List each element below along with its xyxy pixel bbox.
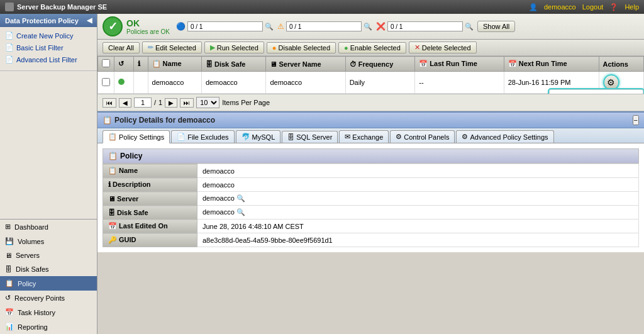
sidebar-nav: 📄 Create New Policy 📄 Basic List Filter … xyxy=(0,27,97,68)
status-bar: ✓ OK Policies are OK 🔵 0 / 1 🔍 ⚠ xyxy=(97,14,644,40)
sidebar-section-title: Data Protection Policy ◀ xyxy=(0,14,97,27)
recovery-icon: ↺ xyxy=(5,294,11,302)
sidebar-collapse-icon[interactable]: ◀ xyxy=(87,16,92,25)
sidebar-item-task-history[interactable]: 📅 Task History xyxy=(0,305,97,320)
total-pages: 1 xyxy=(158,99,162,106)
tab-exchange[interactable]: ✉ Exchange xyxy=(339,130,389,143)
action-toolbar: Clear All ✏ Edit Selected ▶ Run Selected… xyxy=(97,40,644,56)
header-refresh[interactable]: ↺ xyxy=(114,57,134,72)
edit-icon: ✏ xyxy=(148,43,153,52)
guid-field-icon: 🔑 xyxy=(108,236,117,243)
sidebar-bottom: ⊞ Dashboard 💾 Volumes 🖥 Servers 🗄 Disk S… xyxy=(0,219,97,334)
task-history-label: Task History xyxy=(18,309,55,316)
header-next-run[interactable]: 📅 Next Run Time xyxy=(504,57,599,72)
dashboard-icon: ⊞ xyxy=(5,223,11,231)
sidebar-item-recovery-points[interactable]: ↺ Recovery Points xyxy=(0,291,97,305)
advanced-filter-label: Advanced List Filter xyxy=(16,56,77,64)
field-value-description: demoacco xyxy=(197,178,639,192)
tab-control-panels[interactable]: ⚙ Control Panels xyxy=(390,130,455,143)
content-area: ✓ OK Policies are OK 🔵 0 / 1 🔍 ⚠ xyxy=(97,14,644,334)
sidebar-item-disk-safes[interactable]: 🗄 Disk Safes xyxy=(0,262,97,276)
sidebar-item-volumes[interactable]: 💾 Volumes xyxy=(0,234,97,248)
tab-control-panels-label: Control Panels xyxy=(404,133,449,141)
disable-selected-button[interactable]: ● Disable Selected xyxy=(267,42,336,53)
items-per-page-select[interactable]: 10 25 50 xyxy=(196,97,219,108)
sidebar-item-dashboard[interactable]: ⊞ Dashboard xyxy=(0,220,97,234)
policy-section-icon: 📋 xyxy=(108,152,118,160)
tab-sql-server[interactable]: 🗄 SQL Server xyxy=(282,131,338,143)
policy-label: Policy xyxy=(18,280,36,287)
sidebar-item-create-policy[interactable]: 📄 Create New Policy xyxy=(0,30,97,42)
enable-selected-button[interactable]: ● Enable Selected xyxy=(338,42,406,53)
tab-exchange-label: Exchange xyxy=(352,133,383,141)
logout-link[interactable]: Logout xyxy=(582,3,604,11)
policy-field-name: 📋 Name demoacco xyxy=(103,164,639,178)
policies-table: ↺ ℹ 📋 Name 🗄 Disk Safe 🖥 Server Name ⏱ F… xyxy=(97,56,644,94)
field-label-guid: 🔑 GUID xyxy=(103,233,197,247)
prev-page-button[interactable]: ◀ xyxy=(119,98,131,108)
top-bar: Server Backup Manager SE 👤 demoacco Logo… xyxy=(0,0,644,14)
task-history-icon: 📅 xyxy=(5,308,14,316)
error-icon: ❌ xyxy=(376,22,386,31)
run-selected-button[interactable]: ▶ Run Selected xyxy=(204,42,264,53)
field-value-last-edited: June 28, 2016 4:48:10 AM CEST xyxy=(197,220,639,233)
header-name[interactable]: 📋 Name xyxy=(148,57,201,72)
edit-policy-label: Edit Policy xyxy=(565,94,597,94)
delete-selected-button[interactable]: ✕ Delete Selected xyxy=(409,42,477,53)
items-label: Items Per Page xyxy=(222,99,270,106)
dashboard-label: Dashboard xyxy=(14,223,48,231)
sidebar-item-basic-filter[interactable]: 📄 Basic List Filter xyxy=(0,42,97,53)
last-page-button[interactable]: ⏭ xyxy=(180,98,194,108)
header-actions: Actions xyxy=(599,57,643,72)
error-value: 0 / 1 xyxy=(391,23,402,30)
tab-mysql[interactable]: 🐬 MySQL xyxy=(236,130,281,143)
next-page-button[interactable]: ▶ xyxy=(165,98,177,108)
show-all-button[interactable]: Show All xyxy=(477,21,515,32)
clear-all-button[interactable]: Clear All xyxy=(103,42,140,53)
help-link[interactable]: Help xyxy=(625,3,639,11)
search-success-icon[interactable]: 🔍 xyxy=(265,23,274,31)
policy-details: 📋 Policy 📋 Name demoacco ℹ Description xyxy=(97,143,644,252)
table-area: ↺ ℹ 📋 Name 🗄 Disk Safe 🖥 Server Name ⏱ F… xyxy=(97,56,644,94)
select-all-checkbox[interactable] xyxy=(102,59,110,67)
tab-policy-settings[interactable]: 📋 Policy Settings xyxy=(103,130,170,143)
sidebar-item-servers[interactable]: 🖥 Servers xyxy=(0,248,97,262)
sidebar-item-reporting[interactable]: 📊 Reporting xyxy=(0,320,97,334)
header-frequency[interactable]: ⏱ Frequency xyxy=(345,57,415,72)
actions-gear-button[interactable]: ⚙ xyxy=(603,74,619,91)
field-label-last-edited: 📅 Last Edited On xyxy=(103,220,197,233)
search-warning-icon[interactable]: 🔍 xyxy=(364,23,372,31)
sidebar-item-advanced-filter[interactable]: 📄 Advanced List Filter xyxy=(0,53,97,65)
current-page-input[interactable]: 1 xyxy=(134,97,152,108)
row-checkbox-cell[interactable] xyxy=(98,72,114,94)
tab-sql-server-icon: 🗄 xyxy=(287,133,294,141)
server-field-icon: 🖥 xyxy=(108,195,115,203)
header-checkbox[interactable] xyxy=(98,57,114,72)
username-link[interactable]: demoacco xyxy=(544,3,576,11)
page-separator: / xyxy=(154,99,156,106)
tab-file-excludes[interactable]: 📄 File Excludes xyxy=(171,130,234,143)
row-name: demoacco xyxy=(148,72,201,94)
header-last-run[interactable]: 📅 Last Run Time xyxy=(415,57,504,72)
header-disk-safe[interactable]: 🗄 Disk Safe xyxy=(201,57,266,72)
edit-policy-icon: ✏ xyxy=(556,93,562,94)
dropdown-edit-policy[interactable]: ✏ Edit Policy xyxy=(550,90,643,94)
warning-icon: ⚠ xyxy=(277,22,284,31)
details-title-text: Policy Details for demoacco xyxy=(114,116,215,125)
field-label-disk-safe: 🗄 Disk Safe xyxy=(103,206,197,220)
row-info-cell xyxy=(133,72,148,94)
header-server-name[interactable]: 🖥 Server Name xyxy=(266,57,345,72)
sidebar-item-policy[interactable]: 📋 Policy xyxy=(0,276,97,291)
edit-selected-button[interactable]: ✏ Edit Selected xyxy=(142,42,202,53)
tab-advanced-policy-settings[interactable]: ⚙ Advanced Policy Settings xyxy=(456,130,553,143)
details-collapse-button[interactable]: − xyxy=(633,115,639,125)
row-checkbox[interactable] xyxy=(102,78,110,86)
search-error-icon[interactable]: 🔍 xyxy=(465,23,474,31)
basic-filter-icon: 📄 xyxy=(5,43,14,52)
details-tabs-bar: 📋 Policy Settings 📄 File Excludes 🐬 MySQ… xyxy=(97,128,644,143)
status-dot xyxy=(118,79,125,85)
row-disk-safe: demoacco xyxy=(201,72,266,94)
tab-policy-settings-icon: 📋 xyxy=(108,133,117,141)
first-page-button[interactable]: ⏮ xyxy=(103,98,116,108)
app-title: Server Backup Manager SE xyxy=(17,3,107,11)
